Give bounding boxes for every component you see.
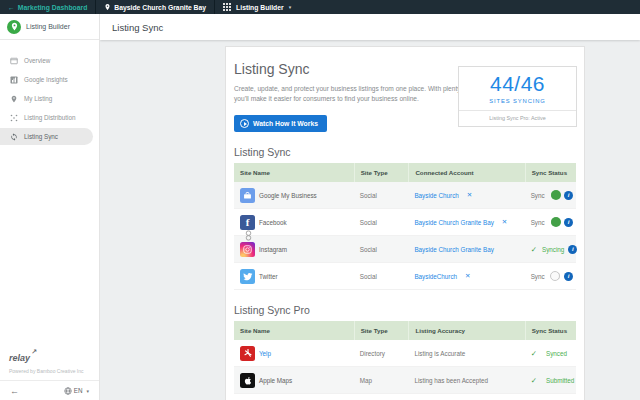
sites-syncing-stats-card: 44/46 SITES SYNCING Listing Sync Pro: Ac… xyxy=(458,66,577,127)
back-link-label: Marketing Dashboard xyxy=(18,4,88,11)
table-row-yelp: Yelp Directory Listing is Accurate ✓ Syn… xyxy=(234,340,576,367)
page-title: Listing Sync xyxy=(112,22,163,33)
app-switcher[interactable]: Listing Builder ▾ xyxy=(215,0,299,14)
twitter-icon xyxy=(240,269,255,284)
listing-accuracy: Listing has been Accepted xyxy=(408,377,524,384)
disconnect-icon[interactable]: ✕ xyxy=(502,218,507,226)
site-name: Twitter xyxy=(259,273,278,280)
table-row-bing-maps: b Bing Maps Map Listing is Accurate ✓ Sy… xyxy=(234,394,576,400)
table-row-instagram: Instagram Social Bayside Church Granite … xyxy=(234,236,576,263)
sidebar-nav: Overview Google Insights My Listing List… xyxy=(0,52,99,145)
chevron-down-icon: ▾ xyxy=(289,4,292,10)
sidebar-item-listing-distribution[interactable]: Listing Distribution xyxy=(0,109,93,126)
info-icon[interactable]: i xyxy=(568,245,577,254)
table-row-apple-maps: Apple Maps Map Listing has been Accepted… xyxy=(234,367,576,394)
site-type: Map xyxy=(354,377,409,384)
listing-sync-table: Site Name Site Type Connected Account Sy… xyxy=(234,163,576,290)
language-selector[interactable]: EN ▾ xyxy=(64,387,89,395)
sidebar-item-google-insights[interactable]: Google Insights xyxy=(0,71,93,88)
sync-table-title: Listing Sync xyxy=(234,146,576,158)
account-name: Bayside Church Granite Bay xyxy=(114,4,206,11)
collapse-sidebar-button[interactable]: ← xyxy=(10,386,19,396)
table-row-google-my-business: Google My Business Social Bayside Church… xyxy=(234,182,576,209)
linked-accounts-chain-icon xyxy=(245,230,252,241)
column-header-connected-account: Connected Account xyxy=(408,163,524,182)
sync-toggle-label: Sync xyxy=(531,192,545,199)
back-to-dashboard-link[interactable]: ← Marketing Dashboard xyxy=(0,0,95,14)
site-type: Social xyxy=(354,219,409,226)
google-my-business-icon xyxy=(240,188,255,203)
site-name: Google My Business xyxy=(259,192,317,199)
top-navigation-bar: ← Marketing Dashboard Bayside Church Gra… xyxy=(0,0,640,14)
listing-sync-pro-table: Site Name Site Type Listing Accuracy Syn… xyxy=(234,321,576,400)
listing-builder-logo-icon xyxy=(7,20,21,34)
distribution-dots-icon xyxy=(10,114,18,122)
listing-sync-pro-status: Listing Sync Pro: Active xyxy=(459,110,576,126)
page-header: Listing Sync xyxy=(100,14,640,40)
connected-account-link[interactable]: Bayside Church Granite Bay xyxy=(414,246,493,253)
site-name: Instagram xyxy=(259,246,287,253)
info-icon[interactable]: i xyxy=(564,272,573,281)
sidebar-bottom-bar: ← EN ▾ xyxy=(0,380,99,400)
column-header-sync-status: Sync Status xyxy=(525,163,576,182)
apple-maps-icon xyxy=(240,373,255,388)
sidebar-item-label: Listing Sync xyxy=(24,133,58,140)
column-header-site-name: Site Name xyxy=(234,163,354,182)
watch-how-it-works-button[interactable]: Watch How It Works xyxy=(234,115,327,132)
table-header-row: Site Name Site Type Listing Accuracy Syn… xyxy=(234,321,576,340)
column-header-listing-accuracy: Listing Accuracy xyxy=(408,321,524,340)
back-arrow-icon: ← xyxy=(8,4,15,11)
table-row-facebook: f Facebook Social Bayside Church Granite… xyxy=(234,209,576,236)
sidebar-item-listing-sync[interactable]: Listing Sync xyxy=(0,128,93,145)
table-row-twitter: Twitter Social BaysideChurch ✕ Sync i xyxy=(234,263,576,290)
sync-toggle[interactable] xyxy=(551,218,560,226)
sync-status-text: Syncing xyxy=(542,246,564,253)
instagram-icon xyxy=(240,242,255,257)
check-icon: ✓ xyxy=(531,349,537,358)
sidebar-item-label: Google Insights xyxy=(24,76,68,83)
main-content: Listing Sync Create, update, and protect… xyxy=(100,40,640,400)
sidebar-item-label: Overview xyxy=(24,57,50,64)
listing-sync-card: Listing Sync Create, update, and protect… xyxy=(225,46,585,400)
sidebar-item-label: Listing Distribution xyxy=(24,114,75,121)
check-icon: ✓ xyxy=(531,376,537,385)
play-icon xyxy=(240,119,249,128)
sidebar-item-label: My Listing xyxy=(24,95,52,102)
sync-toggle-label: Sync xyxy=(531,219,545,226)
disconnect-icon[interactable]: ✕ xyxy=(467,191,472,199)
sync-toggle[interactable] xyxy=(551,191,560,199)
disconnect-icon[interactable]: ✕ xyxy=(465,272,470,280)
app-switcher-label: Listing Builder xyxy=(236,4,284,11)
insights-chart-icon xyxy=(10,76,18,84)
check-icon: ✓ xyxy=(531,245,537,254)
sync-toggle[interactable] xyxy=(551,272,560,280)
column-header-site-type: Site Type xyxy=(354,321,409,340)
connected-account-link[interactable]: Bayside Church xyxy=(414,192,458,199)
powered-by-text: Powered by Bamboo Creative Inc xyxy=(0,365,99,380)
sidebar-item-overview[interactable]: Overview xyxy=(0,52,93,69)
sites-syncing-count: 44/46 xyxy=(459,72,576,96)
info-icon[interactable]: i xyxy=(564,218,573,227)
connected-account-link[interactable]: Bayside Church Granite Bay xyxy=(414,219,493,226)
globe-icon xyxy=(64,387,72,395)
column-header-sync-status: Sync Status xyxy=(525,321,576,340)
connected-account-link[interactable]: BaysideChurch xyxy=(414,273,457,280)
sidebar-app-title: Listing Builder xyxy=(26,23,70,30)
sidebar-item-my-listing[interactable]: My Listing xyxy=(0,90,93,107)
sidebar-app-header: Listing Builder xyxy=(0,14,99,40)
site-name-link[interactable]: Yelp xyxy=(259,350,271,357)
column-header-site-type: Site Type xyxy=(354,163,409,182)
site-type: Social xyxy=(354,192,409,199)
site-type: Directory xyxy=(354,350,409,357)
apps-grid-icon xyxy=(223,3,231,11)
sync-status-text: Submitted xyxy=(546,377,574,384)
pro-table-title: Listing Sync Pro xyxy=(234,304,576,316)
chevron-down-icon: ▾ xyxy=(86,388,89,394)
location-pin-icon xyxy=(10,95,18,103)
relay-logo: relay↗ xyxy=(9,353,30,363)
info-icon[interactable]: i xyxy=(564,191,573,200)
site-type: Social xyxy=(354,273,409,280)
listing-accuracy: Listing is Accurate xyxy=(408,350,524,357)
site-name: Facebook xyxy=(259,219,287,226)
account-selector[interactable]: Bayside Church Granite Bay xyxy=(96,0,214,14)
